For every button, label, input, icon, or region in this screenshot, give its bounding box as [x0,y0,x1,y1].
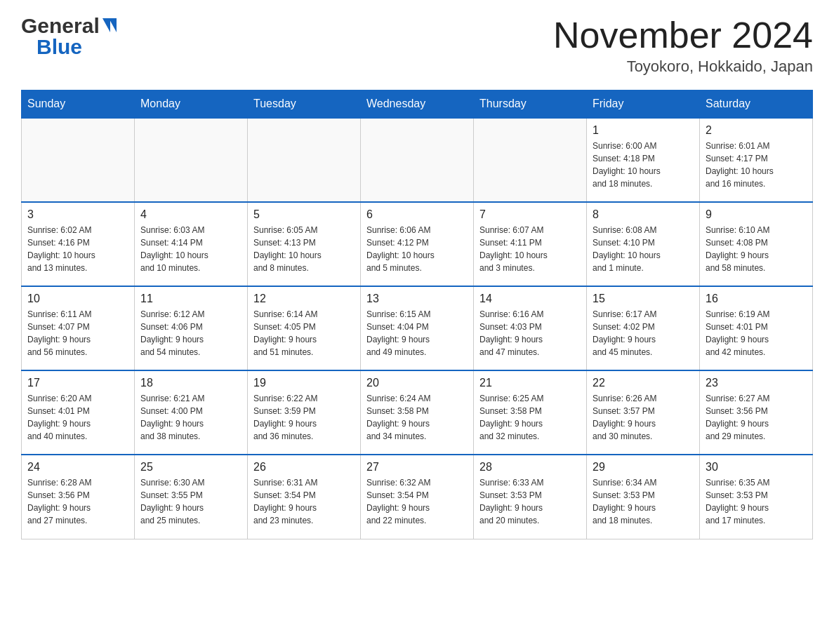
calendar-cell: 17Sunrise: 6:20 AM Sunset: 4:01 PM Dayli… [22,370,135,455]
calendar-cell: 19Sunrise: 6:22 AM Sunset: 3:59 PM Dayli… [248,370,361,455]
day-info: Sunrise: 6:31 AM Sunset: 3:54 PM Dayligh… [253,476,355,527]
day-info: Sunrise: 6:24 AM Sunset: 3:58 PM Dayligh… [366,392,468,443]
calendar-cell: 18Sunrise: 6:21 AM Sunset: 4:00 PM Dayli… [135,370,248,455]
day-info: Sunrise: 6:21 AM Sunset: 4:00 PM Dayligh… [140,392,241,443]
calendar-cell: 4Sunrise: 6:03 AM Sunset: 4:14 PM Daylig… [135,202,248,286]
day-info: Sunrise: 6:34 AM Sunset: 3:53 PM Dayligh… [593,476,694,527]
logo-general-text: General [21,14,100,38]
day-info: Sunrise: 6:02 AM Sunset: 4:16 PM Dayligh… [27,224,128,274]
day-of-week-header: Wednesday [361,90,474,119]
calendar-cell: 30Sunrise: 6:35 AM Sunset: 3:53 PM Dayli… [700,455,813,539]
calendar-cell: 3Sunrise: 6:02 AM Sunset: 4:16 PM Daylig… [22,202,135,286]
calendar-cell [248,118,361,202]
day-info: Sunrise: 6:15 AM Sunset: 4:04 PM Dayligh… [366,308,468,358]
calendar-table: SundayMondayTuesdayWednesdayThursdayFrid… [21,90,813,539]
day-number: 16 [706,293,807,305]
calendar-cell [22,118,135,202]
calendar-cell: 23Sunrise: 6:27 AM Sunset: 3:56 PM Dayli… [700,370,813,455]
day-number: 28 [479,461,581,474]
calendar-cell: 28Sunrise: 6:33 AM Sunset: 3:53 PM Dayli… [474,455,587,539]
day-info: Sunrise: 6:20 AM Sunset: 4:01 PM Dayligh… [27,392,128,443]
day-info: Sunrise: 6:05 AM Sunset: 4:13 PM Dayligh… [253,224,355,274]
calendar-cell: 1Sunrise: 6:00 AM Sunset: 4:18 PM Daylig… [587,118,700,202]
day-number: 20 [366,377,468,389]
day-number: 23 [706,377,807,389]
calendar-cell: 26Sunrise: 6:31 AM Sunset: 3:54 PM Dayli… [248,455,361,539]
day-number: 17 [27,377,128,389]
day-number: 25 [140,461,241,474]
day-number: 12 [253,293,355,305]
day-number: 24 [27,461,128,474]
day-number: 10 [27,293,128,305]
calendar-cell: 21Sunrise: 6:25 AM Sunset: 3:58 PM Dayli… [474,370,587,455]
calendar-cell: 25Sunrise: 6:30 AM Sunset: 3:55 PM Dayli… [135,455,248,539]
calendar-week-row: 1Sunrise: 6:00 AM Sunset: 4:18 PM Daylig… [22,118,813,202]
day-number: 18 [140,377,241,389]
calendar-cell: 12Sunrise: 6:14 AM Sunset: 4:05 PM Dayli… [248,286,361,370]
calendar-cell: 15Sunrise: 6:17 AM Sunset: 4:02 PM Dayli… [587,286,700,370]
logo-blue-text: Blue [37,35,82,58]
calendar-cell: 7Sunrise: 6:07 AM Sunset: 4:11 PM Daylig… [474,202,587,286]
day-info: Sunrise: 6:11 AM Sunset: 4:07 PM Dayligh… [27,308,128,358]
svg-marker-0 [102,18,110,32]
calendar-cell: 29Sunrise: 6:34 AM Sunset: 3:53 PM Dayli… [587,455,700,539]
day-info: Sunrise: 6:00 AM Sunset: 4:18 PM Dayligh… [593,140,694,190]
day-info: Sunrise: 6:08 AM Sunset: 4:10 PM Dayligh… [593,224,694,274]
day-number: 2 [706,124,807,137]
calendar-cell: 11Sunrise: 6:12 AM Sunset: 4:06 PM Dayli… [135,286,248,370]
calendar-week-row: 10Sunrise: 6:11 AM Sunset: 4:07 PM Dayli… [22,286,813,370]
calendar-cell: 14Sunrise: 6:16 AM Sunset: 4:03 PM Dayli… [474,286,587,370]
day-number: 22 [593,377,694,389]
calendar-week-row: 24Sunrise: 6:28 AM Sunset: 3:56 PM Dayli… [22,455,813,539]
day-number: 5 [253,208,355,221]
logo: General Blue [21,14,118,59]
day-info: Sunrise: 6:14 AM Sunset: 4:05 PM Dayligh… [253,308,355,358]
day-of-week-header: Tuesday [248,90,361,119]
day-number: 14 [479,293,581,305]
calendar-cell: 10Sunrise: 6:11 AM Sunset: 4:07 PM Dayli… [22,286,135,370]
calendar-week-row: 17Sunrise: 6:20 AM Sunset: 4:01 PM Dayli… [22,370,813,455]
calendar-cell: 5Sunrise: 6:05 AM Sunset: 4:13 PM Daylig… [248,202,361,286]
calendar-cell: 6Sunrise: 6:06 AM Sunset: 4:12 PM Daylig… [361,202,474,286]
calendar-cell: 27Sunrise: 6:32 AM Sunset: 3:54 PM Dayli… [361,455,474,539]
day-number: 3 [27,208,128,221]
day-number: 27 [366,461,468,474]
day-number: 26 [253,461,355,474]
day-info: Sunrise: 6:06 AM Sunset: 4:12 PM Dayligh… [366,224,468,274]
calendar-cell [474,118,587,202]
day-info: Sunrise: 6:28 AM Sunset: 3:56 PM Dayligh… [27,476,128,527]
day-info: Sunrise: 6:27 AM Sunset: 3:56 PM Dayligh… [706,392,807,443]
day-number: 11 [140,293,241,305]
day-info: Sunrise: 6:26 AM Sunset: 3:57 PM Dayligh… [593,392,694,443]
day-of-week-header: Friday [587,90,700,119]
day-number: 8 [593,208,694,221]
calendar-cell: 2Sunrise: 6:01 AM Sunset: 4:17 PM Daylig… [700,118,813,202]
day-info: Sunrise: 6:17 AM Sunset: 4:02 PM Dayligh… [593,308,694,358]
day-info: Sunrise: 6:10 AM Sunset: 4:08 PM Dayligh… [706,224,807,274]
day-number: 21 [479,377,581,389]
calendar-cell [361,118,474,202]
day-info: Sunrise: 6:12 AM Sunset: 4:06 PM Dayligh… [140,308,241,358]
day-number: 29 [593,461,694,474]
day-info: Sunrise: 6:25 AM Sunset: 3:58 PM Dayligh… [479,392,581,443]
day-number: 9 [706,208,807,221]
calendar-week-row: 3Sunrise: 6:02 AM Sunset: 4:16 PM Daylig… [22,202,813,286]
calendar-cell: 22Sunrise: 6:26 AM Sunset: 3:57 PM Dayli… [587,370,700,455]
day-number: 30 [706,461,807,474]
day-info: Sunrise: 6:03 AM Sunset: 4:14 PM Dayligh… [140,224,241,274]
day-of-week-header: Monday [135,90,248,119]
calendar-cell: 9Sunrise: 6:10 AM Sunset: 4:08 PM Daylig… [700,202,813,286]
calendar-header-row: SundayMondayTuesdayWednesdayThursdayFrid… [22,90,813,119]
calendar-cell: 8Sunrise: 6:08 AM Sunset: 4:10 PM Daylig… [587,202,700,286]
day-of-week-header: Saturday [700,90,813,119]
calendar-cell: 24Sunrise: 6:28 AM Sunset: 3:56 PM Dayli… [22,455,135,539]
day-info: Sunrise: 6:33 AM Sunset: 3:53 PM Dayligh… [479,476,581,527]
day-info: Sunrise: 6:01 AM Sunset: 4:17 PM Dayligh… [706,140,807,190]
calendar-cell: 13Sunrise: 6:15 AM Sunset: 4:04 PM Dayli… [361,286,474,370]
calendar-cell [135,118,248,202]
day-info: Sunrise: 6:07 AM Sunset: 4:11 PM Dayligh… [479,224,581,274]
month-year-title: November 2024 [553,14,813,56]
location-subtitle: Toyokoro, Hokkaido, Japan [553,58,813,76]
day-of-week-header: Thursday [474,90,587,119]
calendar-cell: 16Sunrise: 6:19 AM Sunset: 4:01 PM Dayli… [700,286,813,370]
